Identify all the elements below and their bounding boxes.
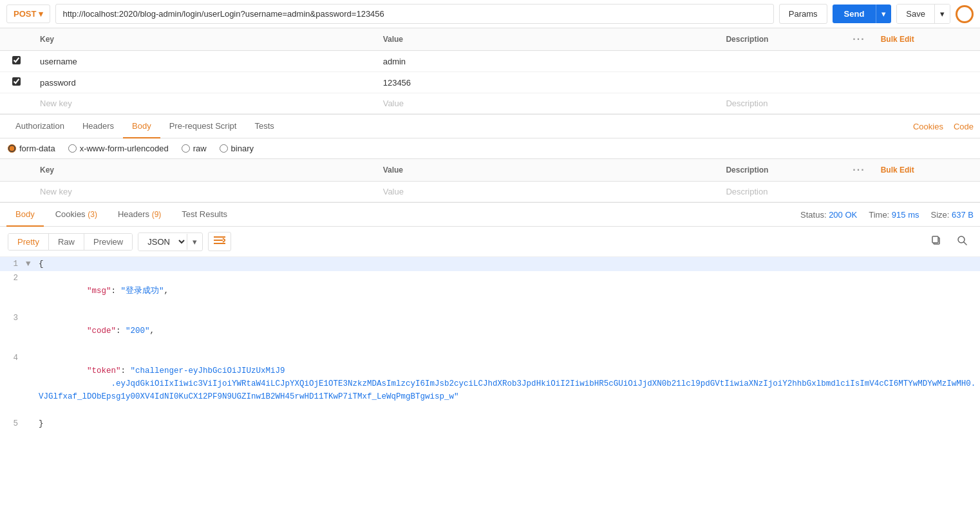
params-table: Key Value Description ··· Bulk Edit user… <box>0 28 980 114</box>
new-desc-placeholder[interactable]: Description <box>726 99 768 108</box>
params-section: Key Value Description ··· Bulk Edit user… <box>0 28 980 115</box>
request-tabs-bar: Authorization Headers Body Pre-request S… <box>0 115 980 138</box>
row-1-desc[interactable] <box>718 51 845 72</box>
wrap-button[interactable] <box>208 232 231 251</box>
params-value-header: Value <box>375 28 719 51</box>
row-2-desc[interactable] <box>718 72 845 93</box>
copy-button[interactable] <box>926 232 947 251</box>
preview-button[interactable]: Preview <box>84 234 132 250</box>
table-row: username admin <box>0 51 980 72</box>
raw-button[interactable]: Raw <box>49 234 84 250</box>
view-controls: Pretty Raw Preview JSON ▾ <box>0 227 980 257</box>
params-desc-header: Description <box>718 28 845 51</box>
formdata-table: Key Value Description ··· Bulk Edit New … <box>0 159 980 202</box>
binary-option[interactable]: binary <box>220 144 254 153</box>
formdata-more-icon[interactable]: ··· <box>853 164 865 175</box>
search-button[interactable] <box>952 232 972 251</box>
size-value: 637 B <box>952 210 974 220</box>
form-data-radio[interactable] <box>8 144 16 153</box>
json-dropdown-btn[interactable]: ▾ <box>187 234 202 250</box>
row-1-value[interactable]: admin <box>375 51 719 72</box>
formdata-section: Key Value Description ··· Bulk Edit New … <box>0 159 980 203</box>
json-select-input[interactable]: JSON <box>138 233 187 251</box>
json-output: 1 ▼ { 2 "msg": "登录成功", 3 "code": "200", … <box>0 257 980 437</box>
formdata-new-value[interactable]: Value <box>383 187 404 196</box>
response-tab-headers[interactable]: Headers (9) <box>109 203 170 227</box>
json-line-3: 3 "code": "200", <box>0 311 980 351</box>
params-bulk-edit[interactable]: Bulk Edit <box>881 35 914 44</box>
tab-body[interactable]: Body <box>123 115 160 138</box>
tab-authorization[interactable]: Authorization <box>6 115 73 138</box>
pretty-button[interactable]: Pretty <box>8 234 49 250</box>
svg-line-6 <box>964 242 966 245</box>
method-dropdown-icon: ▾ <box>39 9 43 19</box>
avatar-circle <box>956 5 974 23</box>
row-1-key[interactable]: username <box>32 51 375 72</box>
urlencoded-radio[interactable] <box>68 144 77 153</box>
urlencoded-option[interactable]: x-www-form-urlencoded <box>68 144 169 153</box>
formdata-new-row: New key Value Description <box>0 182 980 202</box>
table-row: password 123456 <box>0 72 980 93</box>
formdata-key-header: Key <box>32 159 375 182</box>
save-dropdown-button[interactable]: ▾ <box>934 5 950 23</box>
params-key-header: Key <box>32 28 375 51</box>
row-2-key[interactable]: password <box>32 72 375 93</box>
table-row-new: New key Value Description <box>0 93 980 114</box>
formdata-value-header: Value <box>375 159 719 182</box>
json-line-2: 2 "msg": "登录成功", <box>0 271 980 311</box>
response-tab-body[interactable]: Body <box>6 203 44 227</box>
tab-tests[interactable]: Tests <box>245 115 283 138</box>
response-tab-test-results[interactable]: Test Results <box>173 203 236 227</box>
send-button[interactable]: Send <box>833 5 876 23</box>
view-btn-group: Pretty Raw Preview <box>8 233 133 251</box>
formdata-new-desc[interactable]: Description <box>726 187 768 196</box>
send-dropdown-button[interactable]: ▾ <box>876 5 891 23</box>
formdata-desc-header: Description <box>718 159 845 182</box>
row-2-checkbox[interactable] <box>12 77 21 86</box>
code-link[interactable]: Code <box>954 122 974 131</box>
row-1-checkbox[interactable] <box>12 56 21 64</box>
send-button-group: Send ▾ <box>833 5 892 23</box>
response-tabs-bar: Body Cookies (3) Headers (9) Test Result… <box>0 203 980 227</box>
status-value: 200 OK <box>829 210 857 220</box>
cookies-link[interactable]: Cookies <box>913 122 943 131</box>
method-selector[interactable]: POST ▾ <box>6 5 50 23</box>
top-bar: POST ▾ Params Send ▾ Save ▾ <box>0 0 980 28</box>
save-button-group: Save ▾ <box>896 4 950 24</box>
time-label: Time: 915 ms <box>869 210 919 220</box>
json-line-4: 4 "token": "challenger-eyJhbGciOiJIUzUxM… <box>0 351 980 417</box>
json-line-1: 1 ▼ { <box>0 257 980 271</box>
raw-option[interactable]: raw <box>182 144 207 153</box>
tab-headers[interactable]: Headers <box>73 115 123 138</box>
raw-radio[interactable] <box>182 144 190 153</box>
url-input[interactable] <box>55 4 773 24</box>
formdata-bulk-edit[interactable]: Bulk Edit <box>881 166 914 175</box>
json-line-5: 5 } <box>0 417 980 431</box>
method-label: POST <box>14 9 36 19</box>
tab-pre-request[interactable]: Pre-request Script <box>160 115 246 138</box>
headers-badge: (9) <box>152 210 162 219</box>
response-tab-cookies[interactable]: Cookies (3) <box>46 203 106 227</box>
save-button[interactable]: Save <box>897 5 934 23</box>
form-data-option[interactable]: form-data <box>8 144 55 153</box>
body-options: form-data x-www-form-urlencoded raw bina… <box>0 138 980 159</box>
view-actions-right <box>926 232 972 251</box>
tabs-right-links: Cookies Code <box>913 122 974 131</box>
row-2-value[interactable]: 123456 <box>375 72 719 93</box>
params-button[interactable]: Params <box>779 4 827 24</box>
status-label: Status: 200 OK <box>800 210 857 220</box>
params-more-icon[interactable]: ··· <box>853 33 865 44</box>
json-format-selector: JSON ▾ <box>138 232 203 251</box>
binary-radio[interactable] <box>220 144 228 153</box>
new-key-placeholder[interactable]: New key <box>40 99 72 108</box>
cookies-badge: (3) <box>88 210 97 219</box>
response-meta: Status: 200 OK Time: 915 ms Size: 637 B <box>800 210 974 220</box>
time-value: 915 ms <box>892 210 919 220</box>
formdata-new-key[interactable]: New key <box>40 187 72 196</box>
new-value-placeholder[interactable]: Value <box>383 99 404 108</box>
svg-rect-4 <box>932 236 938 243</box>
size-label: Size: 637 B <box>931 210 974 220</box>
